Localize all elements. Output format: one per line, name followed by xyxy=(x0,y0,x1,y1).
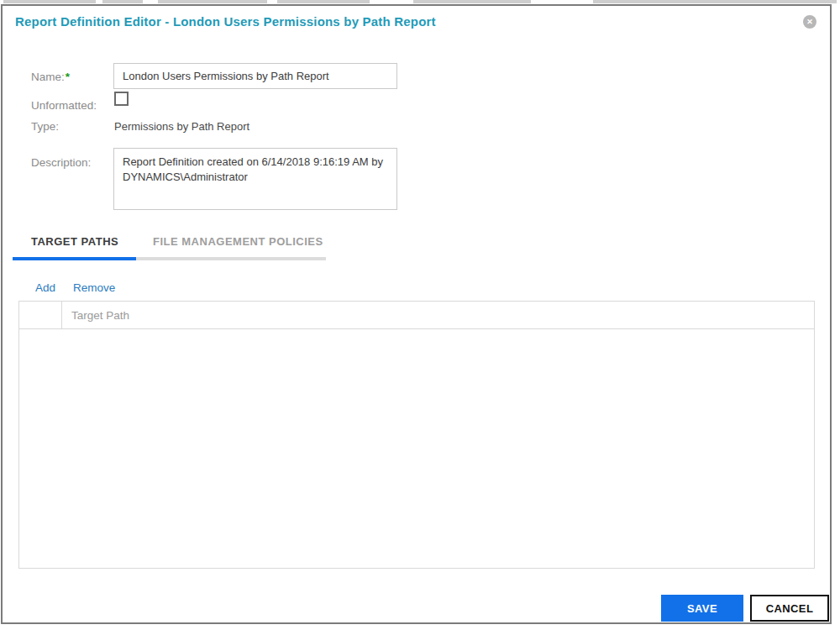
description-textarea[interactable]: Report Definition created on 6/14/2018 9… xyxy=(113,148,397,210)
name-label: Name:* xyxy=(31,71,70,83)
unformatted-checkbox[interactable] xyxy=(114,92,129,106)
tab-file-management-policies[interactable]: FILE MANAGEMENT POLICIES xyxy=(153,235,323,248)
unformatted-label: Unformatted: xyxy=(31,99,97,112)
remove-link[interactable]: Remove xyxy=(73,281,115,294)
target-paths-table: Target Path xyxy=(18,301,815,569)
target-path-column-header: Target Path xyxy=(62,302,814,328)
type-label: Type: xyxy=(31,120,59,133)
close-icon[interactable]: ✕ xyxy=(803,15,816,29)
cancel-button[interactable]: CANCEL xyxy=(750,595,829,622)
save-button[interactable]: SAVE xyxy=(661,595,743,622)
tab-underline xyxy=(13,257,326,260)
name-input[interactable] xyxy=(113,63,397,89)
dialog-title: Report Definition Editor - London Users … xyxy=(15,14,436,29)
active-tab-indicator xyxy=(13,257,136,260)
table-header-row: Target Path xyxy=(19,302,814,329)
report-definition-editor-dialog: Report Definition Editor - London Users … xyxy=(1,4,832,624)
add-link[interactable]: Add xyxy=(35,281,55,294)
table-body-empty[interactable] xyxy=(19,329,814,568)
select-column-header xyxy=(19,302,62,328)
tab-target-paths[interactable]: TARGET PATHS xyxy=(31,235,118,248)
type-value: Permissions by Path Report xyxy=(114,120,249,133)
name-label-text: Name: xyxy=(31,71,65,83)
required-asterisk: * xyxy=(66,71,70,83)
description-label: Description: xyxy=(31,156,91,169)
